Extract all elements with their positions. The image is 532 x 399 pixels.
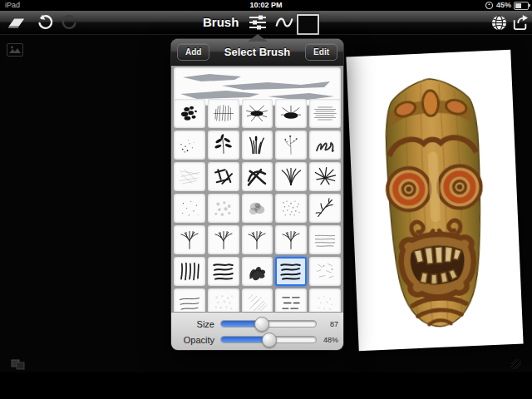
brush-thumbnail-foliage-clump[interactable] [174,99,205,128]
brush-thumbnail-soft-speckle[interactable] [208,194,239,223]
brush-thumbnail-wavy-strokes[interactable] [208,257,239,286]
brush-thumbnail-vertical-strokes[interactable] [174,257,205,286]
brush-thumbnail-sparse-scratch[interactable] [309,257,341,286]
brush-thumbnail-dense-scribble[interactable] [309,131,341,160]
popup-callout-arrow [248,34,268,42]
brush-thumbnail-mirrored-scratch[interactable] [309,99,341,128]
size-slider[interactable] [220,320,317,328]
color-swatch[interactable] [297,14,319,35]
edit-brush-button[interactable]: Edit [305,43,337,61]
clock-label: 10:02 PM [0,0,532,11]
brush-thumbnail-grass-clump[interactable] [275,99,307,128]
brush-thumbnail-bare-tree[interactable] [174,225,205,254]
brush-thumbnail-leafy-plant[interactable] [208,131,239,160]
brush-sliders-panel: Size 87 Opacity 48% [171,312,343,350]
share-icon[interactable] [510,13,530,32]
brush-thumbnail-bare-tree[interactable] [242,225,273,254]
brush-thumbnail-dash-strokes[interactable] [275,288,307,312]
curve-pressure-icon[interactable] [274,13,294,32]
brush-thumbnail-angular-strokes[interactable] [208,162,239,191]
status-bar: iPad 10:02 PM 45% [0,0,532,11]
select-brush-popup: Select Brush Add Edit Size 87 Opacity 48… [171,39,343,350]
brush-thumbnail-twig-branch[interactable] [309,194,341,223]
layers-icon[interactable] [11,359,27,371]
gallery-icon[interactable] [7,13,27,32]
brush-thumbnail-cattail-grass[interactable] [242,131,273,160]
opacity-slider-knob[interactable] [262,332,277,347]
rotation-lock-icon [485,1,494,10]
undo-icon[interactable] [35,13,55,32]
active-tool-label[interactable]: Brush [203,15,239,29]
size-slider-knob[interactable] [254,317,269,332]
reference-image-icon[interactable] [7,43,23,57]
brush-thumbnail-dense-speckle[interactable] [275,194,307,223]
add-brush-button[interactable]: Add [177,43,209,61]
opacity-label: Opacity [175,335,220,345]
brush-thumbnail-sparse-dots[interactable] [174,194,205,223]
tiki-mask-artwork [368,71,501,338]
brush-thumbnail-light-texture[interactable] [208,288,239,312]
brush-thumbnail-wildflower[interactable] [275,131,307,160]
size-value: 87 [317,320,338,328]
brush-thumbnail-soft-blotch[interactable] [242,194,273,223]
brush-thumbnail-scratch-texture[interactable] [242,288,273,312]
brush-thumbnail-scribble-bush[interactable] [242,257,273,286]
brush-grid [171,65,343,312]
popup-header: Select Brush Add Edit [171,39,343,66]
brush-thumbnail-curved-strokes[interactable] [242,162,273,191]
main-toolbar: Brush [0,11,532,35]
brush-thumbnail-grass-tuft[interactable] [275,162,307,191]
brush-thumbnail-light-scratches[interactable] [174,162,205,191]
brush-thumbnail-thin-strokes[interactable] [174,288,205,312]
brush-thumbnail-scratchy-grass[interactable] [208,99,239,128]
painting-canvas[interactable] [346,50,523,351]
bottom-toolbar: ▼▼ [0,372,532,399]
opacity-slider[interactable] [220,336,317,343]
globe-icon[interactable] [489,13,509,32]
brush-thumbnail-grass-burst[interactable] [242,99,273,128]
app-screen: iPad 10:02 PM 45% [0,0,532,399]
battery-icon [514,2,529,10]
brush-thumbnail-wavy-strokes[interactable] [275,257,307,286]
brush-texture-icon[interactable] [509,357,523,371]
brush-thumbnail-spiky-shrub[interactable] [309,162,341,191]
redo-icon[interactable] [60,13,80,32]
brush-thumbnail-light-speckle[interactable] [309,288,341,312]
brush-settings-icon[interactable] [248,13,268,32]
brush-thumbnail-bare-tree[interactable] [275,225,307,254]
size-label: Size [175,319,220,329]
brush-thumbnail-thin-lines[interactable] [309,225,341,254]
brush-thumbnail-bare-tree[interactable] [208,225,239,254]
opacity-value: 48% [317,336,338,344]
battery-percent-label: 45% [496,0,511,11]
brush-thumbnail-speckle-spray[interactable] [174,131,205,160]
